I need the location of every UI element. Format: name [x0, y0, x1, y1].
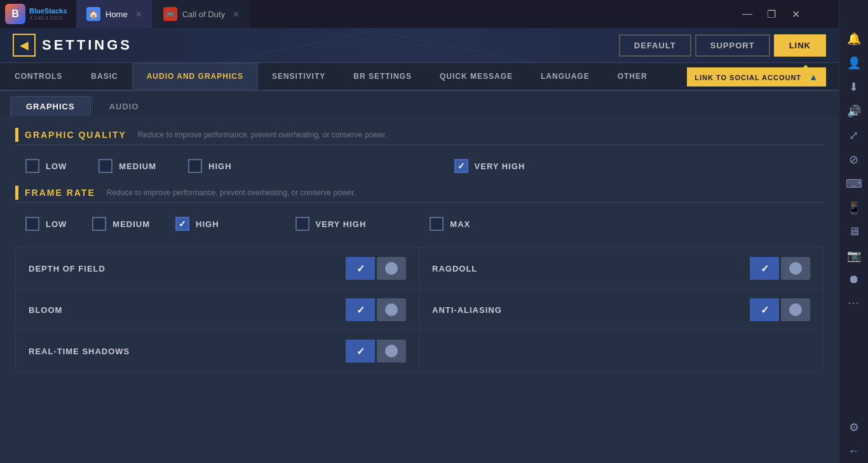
display-icon[interactable]: 🖥 — [848, 225, 860, 238]
real-time-shadows-on[interactable]: ✓ — [346, 340, 375, 363]
bluestacks-logo: B BlueStacks 4.140.4.1002 — [0, 0, 76, 28]
link-button[interactable]: LINK — [774, 34, 826, 57]
fr-very-high-label: VERY HIGH — [316, 219, 367, 229]
real-time-shadows-toggle[interactable]: ✓ — [346, 340, 406, 363]
gq-medium-checkbox[interactable] — [98, 159, 112, 173]
sub-tab-divider — [92, 97, 93, 110]
ragdoll-on[interactable]: ✓ — [750, 257, 779, 280]
tab-br-settings[interactable]: BR SETTINGS — [339, 63, 426, 90]
graphic-quality-title: GRAPHIC QUALITY — [25, 130, 126, 140]
default-button[interactable]: DEFAULT — [619, 34, 691, 57]
sub-tab-audio[interactable]: AUDIO — [94, 97, 154, 116]
maximize-button[interactable]: ❐ — [760, 4, 783, 24]
home-tab-label: Home — [105, 10, 128, 19]
fr-high-checkbox[interactable]: ✓ — [175, 217, 189, 231]
support-button[interactable]: SUPPORT — [695, 34, 770, 57]
record-icon[interactable]: ⏺ — [848, 273, 860, 286]
gq-high-checkbox[interactable] — [188, 159, 202, 173]
fr-medium-checkbox[interactable] — [92, 217, 106, 231]
cod-close-icon[interactable]: ✕ — [233, 10, 240, 19]
toggle-ragdoll: RAGDOLL ✓ — [419, 248, 823, 289]
ragdoll-off[interactable] — [781, 257, 810, 280]
phone-icon[interactable]: 📱 — [847, 201, 861, 215]
cod-icon: 🎮 — [163, 7, 177, 21]
tab-basic[interactable]: BASIC — [77, 63, 132, 90]
home-close-icon[interactable]: ✕ — [135, 10, 142, 19]
settings-header: ◀ SETTINGS DEFAULT SUPPORT LINK LINK TO … — [0, 28, 839, 63]
gq-medium-label: MEDIUM — [119, 162, 156, 171]
fr-low-checkbox[interactable] — [25, 217, 39, 231]
gq-medium[interactable]: MEDIUM — [98, 159, 156, 173]
gq-high[interactable]: HIGH — [188, 159, 232, 173]
app-version: 4.140.4.1002 — [29, 15, 67, 21]
back-icon[interactable]: ← — [848, 445, 860, 458]
volume-icon[interactable]: 🔊 — [847, 104, 861, 118]
notification-icon[interactable]: 🔔 — [847, 32, 861, 46]
anti-aliasing-label: ANTI-ALIASING — [432, 305, 502, 315]
install-icon[interactable]: ⬇ — [849, 80, 858, 94]
toggle-anti-aliasing: ANTI-ALIASING ✓ — [419, 289, 823, 331]
tab-other[interactable]: OTHER — [604, 63, 661, 90]
app-name: BlueStacks — [29, 7, 67, 15]
depth-of-field-on[interactable]: ✓ — [346, 257, 375, 280]
fr-low-label: LOW — [46, 219, 67, 229]
anti-aliasing-off[interactable] — [781, 298, 810, 321]
back-arrow-button[interactable]: ◀ — [13, 34, 36, 57]
minimize-button[interactable]: — — [736, 4, 759, 24]
tab-cod[interactable]: 🎮 Call of Duty ✕ — [153, 0, 250, 28]
frame-rate-desc: Reduce to improve performance, prevent o… — [107, 188, 356, 197]
tab-home[interactable]: 🏠 Home ✕ — [76, 0, 153, 28]
anti-aliasing-toggle[interactable]: ✓ — [750, 298, 810, 321]
sub-tab-graphics[interactable]: GRAPHICS — [10, 96, 91, 116]
toggle-bloom: BLOOM ✓ — [16, 289, 419, 331]
fr-very-high-checkbox[interactable] — [295, 217, 309, 231]
close-button[interactable]: ✕ — [784, 4, 807, 24]
frame-rate-section: FRAME RATE Reduce to improve performance… — [15, 186, 824, 237]
gq-low[interactable]: LOW — [25, 159, 67, 173]
toggle-grid: DEPTH OF FIELD ✓ RAGDOLL ✓ — [15, 247, 824, 372]
home-icon: 🏠 — [86, 7, 100, 21]
tooltip-arrow-icon: ▲ — [809, 72, 818, 82]
gq-low-checkbox[interactable] — [25, 159, 39, 173]
fr-max-checkbox[interactable] — [430, 217, 444, 231]
logo-icon: B — [5, 4, 25, 24]
bloom-off[interactable] — [377, 298, 406, 321]
bloom-toggle[interactable]: ✓ — [346, 298, 406, 321]
more-icon[interactable]: ··· — [848, 296, 859, 310]
fr-low[interactable]: LOW — [25, 217, 67, 231]
gq-very-high[interactable]: ✓ VERY HIGH — [454, 159, 526, 173]
anti-aliasing-on[interactable]: ✓ — [750, 298, 779, 321]
section-bar-1 — [15, 128, 18, 142]
fr-max[interactable]: MAX — [430, 217, 470, 231]
bloom-on[interactable]: ✓ — [346, 298, 375, 321]
depth-of-field-off[interactable] — [377, 257, 406, 280]
keyboard-icon[interactable]: ⌨ — [846, 177, 862, 191]
ragdoll-toggle[interactable]: ✓ — [750, 257, 810, 280]
cod-tab-label: Call of Duty — [182, 10, 225, 19]
block-icon[interactable]: ⊘ — [849, 153, 858, 167]
depth-of-field-toggle[interactable]: ✓ — [346, 257, 406, 280]
tab-quick-message[interactable]: QUICK MESSAGE — [426, 63, 527, 90]
depth-of-field-label: DEPTH OF FIELD — [29, 264, 105, 273]
gq-very-high-checkbox[interactable]: ✓ — [454, 159, 468, 173]
fr-medium[interactable]: MEDIUM — [92, 217, 150, 231]
svg-marker-0 — [217, 31, 534, 63]
camera-icon[interactable]: 📷 — [847, 249, 861, 263]
fullscreen-icon[interactable]: ⤢ — [849, 128, 858, 142]
gq-very-high-label: VERY HIGH — [475, 162, 526, 171]
real-time-shadows-label: REAL-TIME SHADOWS — [29, 347, 130, 356]
graphic-quality-options: LOW MEDIUM HIGH ✓ VERY HIGH — [15, 153, 824, 179]
tab-language[interactable]: LANGUAGE — [527, 63, 604, 90]
graphic-quality-desc: Reduce to improve performance, prevent o… — [138, 130, 387, 139]
fr-high[interactable]: ✓ HIGH — [175, 217, 219, 231]
link-tooltip: LINK TO SOCIAL ACCOUNT ▲ — [687, 67, 826, 86]
gear-icon[interactable]: ⚙ — [849, 420, 859, 434]
real-time-shadows-off[interactable] — [377, 340, 406, 363]
tab-controls[interactable]: CONTROLS — [0, 63, 77, 90]
account-icon[interactable]: 👤 — [847, 56, 861, 70]
fr-max-label: MAX — [450, 219, 470, 229]
tab-sensitivity[interactable]: SENSITIVITY — [258, 63, 339, 90]
gq-high-label: HIGH — [208, 162, 232, 171]
tab-audio-graphics[interactable]: AUDIO AND GRAPHICS — [132, 63, 258, 90]
fr-very-high[interactable]: VERY HIGH — [295, 217, 367, 231]
